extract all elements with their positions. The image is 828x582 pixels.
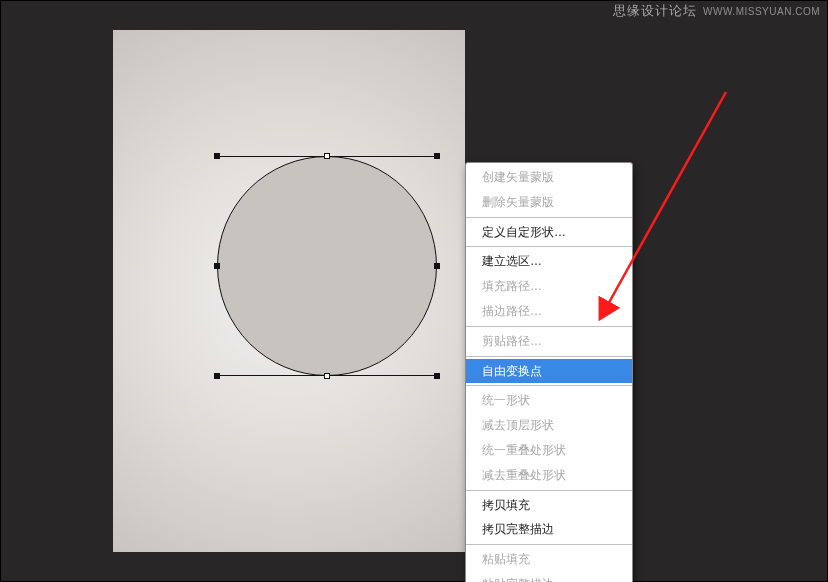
menu-copy-fill[interactable]: 拷贝填充 bbox=[466, 493, 632, 518]
menu-unify-shapes: 统一形状 bbox=[466, 388, 632, 413]
handle-top-middle[interactable] bbox=[324, 153, 330, 159]
menu-free-transform-points[interactable]: 自由变换点 bbox=[466, 359, 632, 384]
handle-middle-left[interactable] bbox=[214, 263, 220, 269]
menu-copy-full-stroke[interactable]: 拷贝完整描边 bbox=[466, 517, 632, 542]
menu-fill-path: 填充路径… bbox=[466, 274, 632, 299]
context-menu[interactable]: 创建矢量蒙版 删除矢量蒙版 定义自定形状… 建立选区… 填充路径… 描边路径… … bbox=[465, 162, 633, 582]
menu-separator bbox=[466, 385, 632, 386]
menu-separator bbox=[466, 326, 632, 327]
menu-separator bbox=[466, 246, 632, 247]
menu-separator bbox=[466, 356, 632, 357]
menu-delete-vector-mask: 删除矢量蒙版 bbox=[466, 190, 632, 215]
watermark: 思缘设计论坛 WWW.MISSYUAN.COM bbox=[613, 2, 820, 20]
handle-bottom-middle[interactable] bbox=[324, 373, 330, 379]
menu-separator bbox=[466, 217, 632, 218]
watermark-zh: 思缘设计论坛 bbox=[613, 2, 697, 20]
menu-create-vector-mask: 创建矢量蒙版 bbox=[466, 165, 632, 190]
canvas[interactable] bbox=[113, 30, 465, 552]
menu-paste-full-stroke: 粘贴完整描边 bbox=[466, 572, 632, 582]
menu-paste-fill: 粘贴填充 bbox=[466, 547, 632, 572]
menu-make-selection[interactable]: 建立选区… bbox=[466, 249, 632, 274]
menu-separator bbox=[466, 490, 632, 491]
menu-stroke-path: 描边路径… bbox=[466, 299, 632, 324]
menu-subtract-overlap: 减去重叠处形状 bbox=[466, 463, 632, 488]
watermark-en: WWW.MISSYUAN.COM bbox=[703, 6, 820, 17]
menu-subtract-top-shape: 减去顶层形状 bbox=[466, 413, 632, 438]
handle-top-left[interactable] bbox=[214, 153, 220, 159]
handle-bottom-left[interactable] bbox=[214, 373, 220, 379]
transform-bounding-box[interactable] bbox=[217, 156, 437, 376]
handle-middle-right[interactable] bbox=[434, 263, 440, 269]
handle-bottom-right[interactable] bbox=[434, 373, 440, 379]
menu-separator bbox=[466, 544, 632, 545]
menu-unite-overlap: 统一重叠处形状 bbox=[466, 438, 632, 463]
menu-clip-path: 剪贴路径… bbox=[466, 329, 632, 354]
menu-define-custom-shape[interactable]: 定义自定形状… bbox=[466, 220, 632, 245]
handle-top-right[interactable] bbox=[434, 153, 440, 159]
